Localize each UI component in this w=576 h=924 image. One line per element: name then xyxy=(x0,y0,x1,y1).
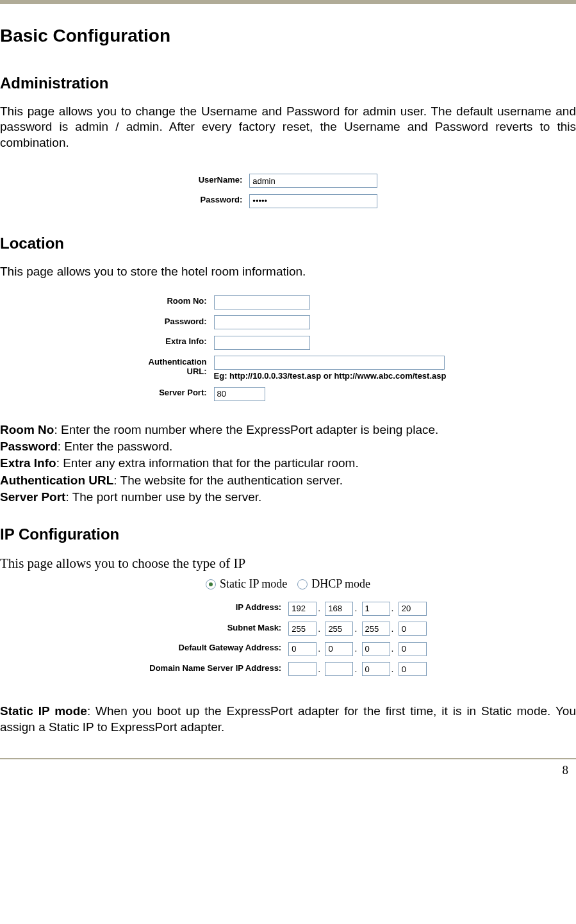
server-port-label: Server Port: xyxy=(129,385,213,402)
server-port-desc-key: Server Port xyxy=(0,490,65,504)
password-label: Password: xyxy=(198,192,249,209)
section-heading-location: Location xyxy=(0,235,576,252)
auth-url-input[interactable] xyxy=(214,356,445,370)
static-ip-desc-key: Static IP mode xyxy=(0,704,87,718)
dot-separator: . xyxy=(353,623,358,634)
location-password-label: Password: xyxy=(129,314,213,331)
room-no-desc: Room No: Enter the room number where the… xyxy=(0,422,576,438)
username-label: UserName: xyxy=(198,172,249,189)
ip-form: IP Address: . . . Subnet Mask: . . . D xyxy=(0,596,576,681)
ip-octet-3[interactable] xyxy=(362,602,390,616)
auth-url-hint: Eg: http://10.0.0.33/test.asp or http://… xyxy=(214,371,447,381)
static-ip-desc: Static IP mode: When you boot up the Exp… xyxy=(0,704,576,735)
room-no-desc-val: : Enter the room number where the Expres… xyxy=(54,423,438,436)
mask-octet-2[interactable] xyxy=(325,622,353,636)
page-title: Basic Configuration xyxy=(0,26,576,46)
section-heading-administration: Administration xyxy=(0,74,576,92)
section-heading-ip-config: IP Configuration xyxy=(0,525,576,543)
extra-info-desc-val: : Enter any extra information that for t… xyxy=(56,456,359,470)
dhcp-radio-label: DHCP mode xyxy=(311,577,370,591)
admin-form: UserName: Password: xyxy=(0,169,576,213)
gw-octet-3[interactable] xyxy=(362,642,390,656)
dns-octet-2[interactable] xyxy=(325,662,353,676)
administration-description: This page allows you to change the Usern… xyxy=(0,104,576,151)
mask-octet-4[interactable] xyxy=(399,622,427,636)
dot-separator: . xyxy=(317,664,322,674)
ip-address-label: IP Address: xyxy=(149,600,288,616)
page-number: 8 xyxy=(0,759,576,777)
ip-mode-radio-group: Static IP mode DHCP mode xyxy=(0,577,576,591)
auth-url-label: Authentication URL: xyxy=(129,354,213,382)
dns-octet-1[interactable] xyxy=(288,662,317,676)
dot-separator: . xyxy=(353,603,358,613)
static-ip-radio[interactable] xyxy=(206,579,216,590)
ip-octet-4[interactable] xyxy=(399,602,427,616)
dns-octet-4[interactable] xyxy=(399,662,427,676)
gw-octet-2[interactable] xyxy=(325,642,353,656)
password-desc-val: : Enter the password. xyxy=(58,440,173,453)
auth-url-desc: Authentication URL: The website for the … xyxy=(0,473,576,488)
gw-octet-1[interactable] xyxy=(288,642,317,656)
extra-info-label: Extra Info: xyxy=(129,334,213,351)
dot-separator: . xyxy=(390,603,395,613)
room-no-input[interactable] xyxy=(214,295,310,309)
room-no-label: Room No: xyxy=(129,293,213,310)
gateway-label: Default Gateway Address: xyxy=(149,640,288,657)
subnet-mask-label: Subnet Mask: xyxy=(149,620,288,637)
ip-octet-1[interactable] xyxy=(288,602,317,616)
dot-separator: . xyxy=(390,664,395,674)
password-desc-key: Password xyxy=(0,440,58,453)
mask-octet-3[interactable] xyxy=(362,622,390,636)
dot-separator: . xyxy=(353,643,358,654)
ip-config-description: This page allows you to choose the type … xyxy=(0,555,576,572)
password-desc: Password: Enter the password. xyxy=(0,439,576,454)
extra-info-desc: Extra Info: Enter any extra information … xyxy=(0,456,576,471)
server-port-desc: Server Port: The port number use by the … xyxy=(0,490,576,505)
auth-url-desc-key: Authentication URL xyxy=(0,474,113,487)
server-port-desc-val: : The port number use by the server. xyxy=(65,490,261,504)
dot-separator: . xyxy=(353,664,358,674)
gw-octet-4[interactable] xyxy=(399,642,427,656)
dot-separator: . xyxy=(390,643,395,654)
dot-separator: . xyxy=(317,643,322,654)
extra-info-desc-key: Extra Info xyxy=(0,456,56,470)
username-input[interactable] xyxy=(249,174,377,188)
static-ip-radio-label: Static IP mode xyxy=(220,577,287,591)
ip-octet-2[interactable] xyxy=(325,602,353,616)
top-divider xyxy=(0,0,576,4)
dns-octet-3[interactable] xyxy=(362,662,390,676)
dhcp-radio[interactable] xyxy=(297,579,308,590)
dns-label: Domain Name Server IP Address: xyxy=(149,661,288,677)
dot-separator: . xyxy=(390,623,395,634)
auth-url-desc-val: : The website for the authentication ser… xyxy=(113,474,343,487)
dot-separator: . xyxy=(317,623,322,634)
extra-info-input[interactable] xyxy=(214,336,310,350)
location-password-input[interactable] xyxy=(214,315,310,329)
mask-octet-1[interactable] xyxy=(288,622,317,636)
server-port-input[interactable] xyxy=(214,387,265,401)
password-input[interactable] xyxy=(249,194,377,208)
room-no-desc-key: Room No xyxy=(0,423,54,436)
location-description: This page allows you to store the hotel … xyxy=(0,264,576,279)
location-form: Room No: Password: Extra Info: Authentic… xyxy=(0,290,576,406)
dot-separator: . xyxy=(317,603,322,613)
